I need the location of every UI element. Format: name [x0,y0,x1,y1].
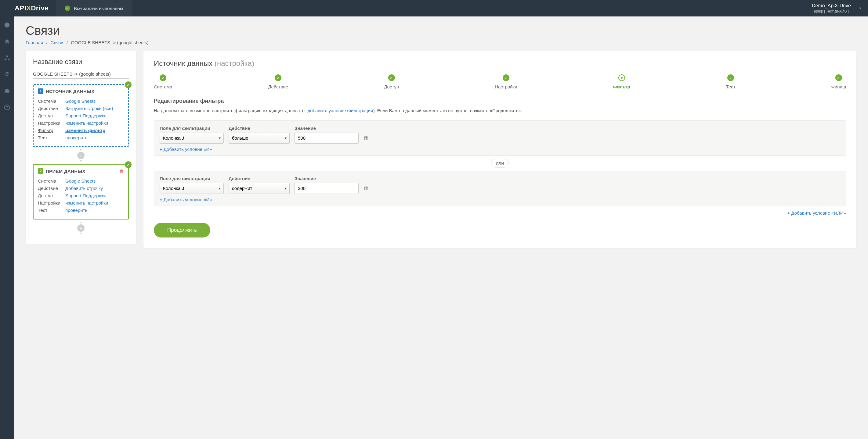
config-row: ДоступSupport Поддержка [38,192,124,199]
step-финиш[interactable]: ✓Финиш [831,74,846,89]
config-row: ДействиеЗагрузить строки (все) [38,105,124,112]
destination-block: ✓ 2 ПРИЕМ ДАННЫХ 🗑 СистемаGoogle SheetsД… [33,164,129,220]
or-pill: ИЛИ [491,159,509,168]
separator: ▼ + ▼ [33,221,129,235]
step-система[interactable]: ✓Система [154,74,172,89]
config-key: Настройки [38,120,65,127]
config-key: Фильтр [38,127,65,134]
step-dot-icon [618,74,625,81]
breadcrumb-current: GOOGLE SHEETS -> (google sheets) [71,40,149,45]
stepper: ✓Система✓Действие✓Доступ✓НастройкиФильтр… [154,74,846,89]
step-действие[interactable]: ✓Действие [268,74,288,89]
nav-help-icon[interactable]: ? [0,102,14,113]
step-dot-icon: ✓ [835,74,842,81]
nav-billing-icon[interactable] [0,69,14,80]
config-key: Доступ [38,192,65,199]
add-and-button[interactable]: + Добавить условие «И» [160,197,212,202]
config-value-link[interactable]: Загрузить строки (все) [65,105,113,112]
config-row: Тестпроверить [38,134,124,141]
add-or-row: + Добавить условие «ИЛИ» [154,210,846,215]
config-key: Система [38,98,65,105]
step-label: Система [154,84,172,89]
separator: ▼ + ▼ [33,149,129,162]
logo[interactable]: APIXDrive [0,0,56,16]
nav-arrow-icon[interactable] [0,20,14,31]
config-row: Настройкиизменить настройки [38,120,124,127]
config-value-link[interactable]: изменить настройки [65,199,108,207]
filter-action-select[interactable]: больше [228,133,290,144]
step-label: Действие [268,84,288,89]
config-key: Действие [38,105,65,112]
config-value-link[interactable]: изменить фильтр [65,127,105,134]
config-value-link[interactable]: Google Sheets [65,177,96,185]
step-label: Тест [726,84,736,89]
config-key: Действие [38,185,65,192]
add-block-button[interactable]: + [77,224,85,232]
filter-value-input[interactable] [294,183,359,194]
add-block-button[interactable]: + [77,152,85,159]
check-badge-icon: ✓ [125,161,131,168]
delete-filter-icon[interactable]: 🗑 [364,133,369,144]
config-value-link[interactable]: изменить настройки [65,120,108,127]
step-label: Финиш [831,84,846,89]
step-тест[interactable]: ✓Тест [726,74,736,89]
step-фильтр[interactable]: Фильтр [613,74,630,89]
step-dot-icon: ✓ [503,74,509,81]
add-or-button[interactable]: + Добавить условие «ИЛИ» [787,210,846,215]
delete-block-icon[interactable]: 🗑 [119,169,124,174]
config-row: ДоступSupport Поддержка [38,112,124,120]
config-row: Настройкиизменить настройки [38,199,124,207]
config-key: Тест [38,207,65,214]
svg-text:?: ? [6,105,8,109]
config-row: Фильтризменить фильтр [38,127,124,134]
nav-briefcase-icon[interactable] [0,86,14,96]
delete-filter-icon[interactable]: 🗑 [364,183,369,194]
main-panel: Источник данных (настройка) ✓Система✓Дей… [144,50,857,248]
config-row: ДействиеДобавить строчку [38,185,124,192]
action-label: Действие [228,126,290,131]
source-title: ИСТОЧНИК ДАННЫХ [46,89,95,94]
step-dot-icon: ✓ [275,74,281,81]
nav-connections-icon[interactable] [0,53,14,63]
source-number: 1 [38,89,43,94]
step-доступ[interactable]: ✓Доступ [384,74,399,89]
breadcrumb-home[interactable]: Главная [26,40,43,45]
help-text: На данном шаге возможно настроить фильтр… [154,107,846,114]
step-label: Доступ [384,84,399,89]
tasks-done-pill[interactable]: ✓ Все задачи выполнены [56,0,132,16]
account-plan: Тариф | Тест ДРАЙВ | [812,9,851,13]
config-value-link[interactable]: Support Поддержка [65,192,106,199]
nav-home-icon[interactable] [0,36,14,47]
caret-down-icon: ▼ [859,6,862,10]
sidenav: ? [0,16,14,439]
config-value-link[interactable]: проверить [65,134,87,141]
check-badge-icon: ✓ [125,81,131,88]
filter-action-select[interactable]: содержит [228,183,290,194]
connection-title: Название связи [33,58,129,66]
filter-value-input[interactable] [294,133,359,144]
account-name: Demo_ApiX-Drive [812,3,851,8]
filter-field-select[interactable]: Колонка J [160,133,224,144]
panel-title: Источник данных (настройка) [154,59,846,68]
page-title: Связи [26,24,857,37]
config-key: Доступ [38,112,65,120]
continue-button[interactable]: Продолжить [154,223,210,237]
filter-field-select[interactable]: Колонка J [160,183,224,194]
config-value-link[interactable]: Добавить строчку [65,185,103,192]
breadcrumb-links[interactable]: Связи [51,40,63,45]
config-value-link[interactable]: Google Sheets [65,98,96,105]
config-key: Настройки [38,199,65,207]
add-and-button[interactable]: + Добавить условие «И» [160,147,212,152]
or-separator: ИЛИ [154,159,846,168]
add-filter-link[interactable]: + добавить условие фильтрации [304,108,373,113]
value-label: Значение [294,126,359,131]
step-dot-icon: ✓ [727,74,734,81]
connection-name-input[interactable] [33,69,129,79]
account-menu[interactable]: Demo_ApiX-Drive Тариф | Тест ДРАЙВ | ▼ [806,3,868,13]
step-настройки[interactable]: ✓Настройки [495,74,517,89]
config-value-link[interactable]: проверить [65,207,87,214]
filter-block: Поле для фильтрацииКолонка JДействиеболь… [154,121,846,156]
step-label: Фильтр [613,84,630,89]
config-value-link[interactable]: Support Поддержка [65,112,106,120]
svg-point-0 [6,56,8,57]
